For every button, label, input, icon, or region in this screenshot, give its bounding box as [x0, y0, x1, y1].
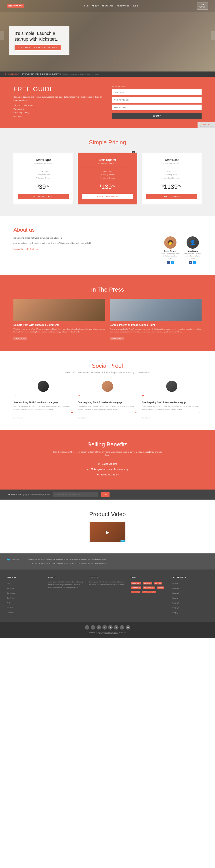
category-link[interactable]: Category 4: [171, 597, 179, 599]
open-quote-2: ": [78, 394, 137, 400]
person-social: f t: [184, 261, 201, 264]
testimonial-avatar-1: [37, 381, 49, 392]
sitemap-link[interactable]: Start Best: [7, 597, 14, 599]
footer-tweets-text: Lorem ipsum dolor sit amet consectetur a…: [89, 581, 126, 586]
submit-button[interactable]: Submit: [112, 113, 201, 119]
testimonial-text-3: Lorem ipsum dolor sit amet, consectetur …: [142, 405, 201, 411]
press-read-more-button[interactable]: READ MORE: [14, 337, 27, 340]
plan-cta-button[interactable]: TAKE THE TOUR: [146, 194, 197, 199]
footer-built-with[interactable]: Built with Kickstart Pro Theme: [7, 633, 208, 634]
tag-item[interactable]: sample tag1: [131, 582, 141, 585]
testimonial-text-2: Lorem ipsum dolor sit amet, consectetur …: [78, 405, 137, 411]
product-video-title: Product Video: [14, 511, 201, 518]
video-player[interactable]: ▶ vimeo: [89, 522, 126, 542]
sitemap-link[interactable]: FAQ: [7, 602, 10, 604]
synergy-badge: ⚡ Synergy Conversion optimized: [197, 122, 215, 128]
tag-item[interactable]: tag three: [154, 582, 162, 585]
list-item: Forward planning: [14, 111, 103, 114]
footer-col-sitemap: Sitemap Home Start Right Start Righter S…: [7, 576, 44, 615]
footer-linkedin-icon[interactable]: in: [97, 625, 101, 630]
facebook-icon[interactable]: f: [189, 261, 192, 264]
testimonial-meta-2: Sara Williams: [78, 417, 137, 419]
facebook-icon[interactable]: f: [167, 261, 170, 264]
nav-link-templates[interactable]: Templates: [102, 5, 113, 7]
play-button-icon[interactable]: ▶: [89, 522, 126, 542]
tag-item[interactable]: another tag: [143, 582, 152, 585]
daily-updates-input[interactable]: [53, 492, 98, 497]
footer-youtube-icon[interactable]: ▶: [108, 625, 113, 630]
testimonial-title-3: Awe Inspiring Stuff & two handsome guys: [142, 401, 201, 404]
benefits-subtitle: Chris Guillebeau is The 4-Hour person wr…: [52, 451, 163, 457]
about-title: About us: [14, 227, 201, 233]
footer-col-tags: Tags sample tag1 another tag tag three t…: [130, 576, 167, 615]
category-link[interactable]: Category 5: [171, 602, 179, 604]
footer-pinterest-icon[interactable]: p: [114, 625, 118, 630]
footer-col-categories: Categories Category 1 Category 2 Categor…: [171, 576, 208, 615]
sitemap-link[interactable]: About us: [7, 607, 13, 609]
star-icon-2: ★: [87, 468, 89, 471]
nav-link-resources[interactable]: Resources: [117, 5, 129, 7]
wifes-name-input[interactable]: [112, 97, 201, 103]
prev-slide-button[interactable]: ‹: [0, 31, 4, 40]
press-post-title[interactable]: Sample Post With Image Aligned Right: [110, 323, 201, 327]
about-cta-link[interactable]: Looking for a job? Click here.: [14, 248, 39, 250]
daily-updates-bar: DAILY UPDATES Sign up to receive our dai…: [0, 490, 215, 500]
footer-googleplus-icon[interactable]: g+: [102, 625, 107, 630]
hero-headline: It's simple. Launch a startup with Kicks…: [15, 30, 64, 42]
benefit-text-2: Makes you feel part of the community: [91, 468, 128, 470]
nav-link-about[interactable]: About: [92, 5, 99, 7]
sitemap-link[interactable]: Start Righter: [7, 592, 16, 594]
footer-email-icon[interactable]: ✉: [126, 625, 130, 630]
name-input[interactable]: [112, 89, 201, 95]
category-link[interactable]: Category 3: [171, 592, 179, 594]
category-link[interactable]: Category 1: [171, 583, 179, 584]
how-you-met-input[interactable]: [112, 104, 201, 111]
testimonial-title-1: Awe Inspiring Stuff & two handsome guys: [14, 401, 73, 404]
pricing-card-start-right: Start Right A wonderful piece of kit. Po…: [14, 153, 73, 205]
press-cards: Sample Post With Threaded Comments This …: [14, 299, 201, 340]
next-slide-button[interactable]: ›: [211, 31, 215, 40]
about-content: It's no coincidence that we're blowing u…: [14, 237, 201, 264]
footer-rss-icon[interactable]: ⌂: [120, 625, 124, 630]
sitemap-link[interactable]: Contact us: [7, 612, 14, 614]
footer-twitter-icon[interactable]: t: [91, 625, 95, 630]
hero-cta-button[interactable]: CLICK HERE TO START KICKSTARTING →: [15, 45, 61, 50]
tag-item[interactable]: sixth tag: [157, 587, 164, 589]
plan-cta-button[interactable]: INSTANT ACTIVATION: [82, 194, 133, 199]
category-link[interactable]: Category 6: [171, 607, 179, 609]
feature-item: A Notepad & more: [82, 176, 133, 180]
sitemap-link[interactable]: Start Right: [7, 587, 14, 589]
benefits-highlight: Love, Money, Acceptance: [130, 451, 154, 453]
person-nick: 👤 Nick Davis Write a bit about yourself …: [184, 237, 201, 264]
tweet-1: this is a sample tweet that you can conf…: [28, 558, 208, 561]
benefits-title: Selling Benefits: [14, 441, 201, 448]
blog-bar-title[interactable]: SAMPLE POST WITH THREADED COMMENTS: [22, 73, 61, 75]
plan-name: Start Righter: [82, 158, 133, 161]
nav-link-blog[interactable]: Blog: [133, 5, 138, 7]
category-link[interactable]: Category 7: [171, 612, 179, 614]
benefits-prefix: Chris Guillebeau is The 4-Hour person wr…: [53, 451, 130, 453]
plan-cta-button[interactable]: INSTANT ACTIVATION: [18, 194, 69, 199]
tag-item[interactable]: tag four here: [131, 587, 141, 589]
tag-item[interactable]: fifth sample tag: [143, 587, 155, 589]
press-post-title[interactable]: Sample Post With Threaded Comments: [14, 323, 105, 327]
sitemap-link[interactable]: Home: [7, 583, 11, 584]
tag-item[interactable]: seventh tag: [131, 591, 140, 593]
blog-bar-arrow[interactable]: ›: [210, 73, 211, 75]
testimonial-text-1: Lorem ipsum dolor sit amet, consectetur …: [14, 405, 73, 411]
press-read-more-button[interactable]: READ MORE: [110, 337, 124, 340]
footer-col-tweets: Tweets Lorem ipsum dolor sit amet consec…: [89, 576, 126, 615]
footer-facebook-icon[interactable]: f: [85, 625, 89, 630]
benefit-item-3: ★ Saves you money: [14, 473, 201, 476]
daily-updates-submit-button[interactable]: GO: [101, 492, 109, 497]
twitter-icon[interactable]: t: [193, 261, 196, 264]
nav-link-home[interactable]: Home: [83, 5, 89, 7]
category-link[interactable]: Category 2: [171, 587, 179, 589]
benefit-text-1: Saves you time: [102, 463, 117, 465]
open-quote-3: ": [142, 394, 201, 400]
press-title: In The Press: [14, 286, 201, 293]
footer-columns: Sitemap Home Start Right Start Righter S…: [7, 576, 208, 615]
pricing-cards: Start Right A wonderful piece of kit. Po…: [14, 153, 201, 205]
twitter-icon[interactable]: t: [171, 261, 174, 264]
tag-item[interactable]: eighth tag sample: [142, 591, 155, 593]
